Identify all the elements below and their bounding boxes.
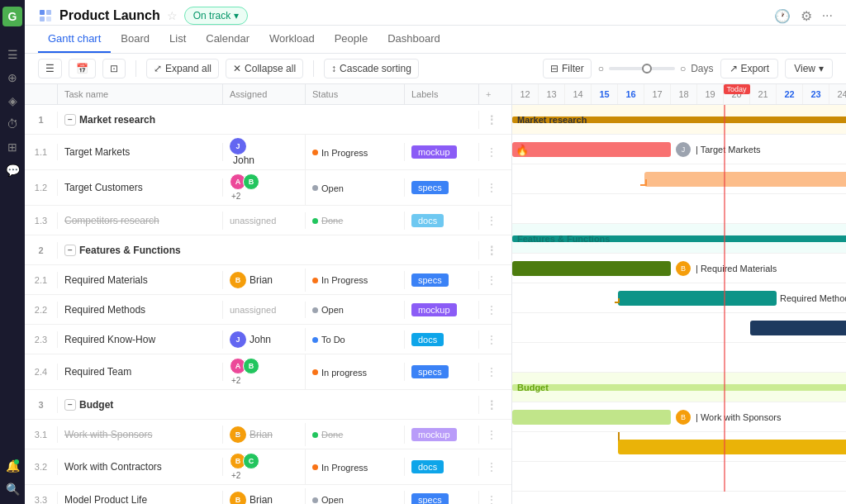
gantt-row-2-2: Required Methods (512, 283, 846, 313)
status-badge-1-3: Done (312, 216, 343, 226)
group-collapse-3[interactable]: − (64, 399, 76, 411)
col-add[interactable]: + (479, 84, 504, 104)
sidebar-add-icon[interactable]: ⊕ (4, 69, 21, 86)
project-title: Product Launch (59, 8, 160, 23)
gantt-row-3-2 (512, 432, 846, 462)
bar-label-3-1: | Work with Sponsors (696, 412, 782, 422)
day-13: 13 (539, 84, 565, 104)
task-assigned-1-2: A B +2 (223, 170, 306, 205)
task-assigned-1-3: unassigned (223, 212, 306, 229)
task-more-3-3[interactable]: ⋮ (479, 490, 504, 505)
tab-people[interactable]: People (325, 26, 378, 53)
history-icon[interactable]: 🕐 (774, 8, 791, 24)
project-icon (38, 8, 53, 23)
status-badge-2-1: In Progress (312, 275, 368, 285)
sidebar-time-icon[interactable]: ⏱ (4, 116, 21, 132)
bar-work-contractors (618, 440, 846, 454)
gantt-header: 12 13 14 15 16 17 18 19 20 Today 21 22 2… (512, 84, 846, 105)
bar-features-label: Features & Functions (517, 234, 610, 244)
date-view-icon: 📅 (76, 63, 88, 74)
status-label: On track (193, 10, 231, 21)
task-num-3-2: 3.2 (25, 459, 58, 475)
task-more-3-2[interactable]: ⋮ (479, 457, 504, 477)
sidebar-chat-icon[interactable]: 💬 (4, 162, 21, 178)
task-name-2-1: Required Materials (58, 271, 223, 289)
tab-calendar[interactable]: Calendar (196, 26, 259, 53)
day-19: 19 (697, 84, 724, 104)
app-logo[interactable]: G (2, 7, 22, 26)
bar-budget-label: Budget (517, 383, 549, 392)
table-row: 2.4 Required Team A B +2 In progress (25, 354, 511, 390)
group-more-2[interactable]: ⋮ (479, 240, 504, 260)
day-24: 24 (829, 84, 846, 104)
slider-track[interactable] (609, 67, 675, 70)
slider-left-icon: ○ (598, 63, 604, 74)
bar-label-2-2: Required Methods (780, 293, 846, 303)
more-options-icon[interactable]: ··· (822, 8, 833, 23)
cascade-sorting-btn[interactable]: ↕ Cascade sorting (324, 59, 419, 78)
avatar-group-2-4: A B (230, 358, 298, 374)
group-more-3[interactable]: ⋮ (479, 395, 504, 415)
days-slider[interactable]: ○ ○ Days (598, 63, 714, 74)
star-icon[interactable]: ☆ (167, 9, 178, 22)
group-collapse-2[interactable]: − (64, 245, 76, 256)
task-more-2-3[interactable]: ⋮ (479, 330, 504, 349)
toolbar-sep-2 (313, 60, 314, 77)
today-label: Today (723, 84, 749, 94)
sidebar-grid-icon[interactable]: ⊞ (4, 139, 21, 155)
task-more-1-1[interactable]: ⋮ (479, 142, 504, 162)
slider-thumb[interactable] (642, 64, 652, 74)
bar-required-materials (512, 261, 671, 276)
sidebar-menu-icon[interactable]: ☰ (4, 46, 21, 63)
gantt-row-group-3: Budget (512, 373, 846, 402)
gantt-row-3-1: B | Work with Sponsors (512, 402, 846, 432)
avatar-gantt-1-1: J (674, 140, 692, 159)
toolbar-sep-1 (135, 60, 136, 77)
task-label-2-3: docs (405, 330, 479, 349)
day-22: 22 (777, 84, 803, 104)
expand-all-btn[interactable]: ⤢ Expand all (146, 59, 219, 78)
table-header: Task name Assigned Status Labels + (25, 84, 511, 105)
label-badge-2-2: mockup (411, 303, 457, 316)
tab-list[interactable]: List (159, 26, 196, 53)
sidebar-projects-icon[interactable]: ◈ (4, 93, 21, 109)
bar-target-markets: 🔥 (512, 142, 671, 157)
task-more-1-2[interactable]: ⋮ (479, 178, 504, 197)
avatar-green-1-2: B (243, 174, 259, 190)
task-name-3-2: Work with Contractors (58, 458, 223, 476)
group-more-1[interactable]: ⋮ (479, 110, 504, 130)
task-more-2-2[interactable]: ⋮ (479, 300, 504, 320)
tab-gantt-chart[interactable]: Gantt chart (38, 26, 111, 53)
status-button[interactable]: On track ▾ (184, 7, 248, 25)
tab-board[interactable]: Board (111, 26, 159, 53)
gantt-row-3-3 (512, 462, 846, 492)
expand-icon: ⤢ (154, 63, 162, 74)
task-status-1-3: Done (306, 212, 405, 230)
tab-workload[interactable]: Workload (259, 26, 325, 53)
filter-btn[interactable]: ⊟ Filter (543, 59, 592, 78)
col-assigned: Assigned (223, 84, 306, 104)
task-status-3-3: Open (306, 491, 405, 505)
settings-icon[interactable]: ⚙ (801, 8, 812, 24)
group-name-3: − Budget (58, 396, 479, 414)
task-label-2-4: specs (405, 363, 479, 381)
export-btn[interactable]: ↗ Export (720, 59, 779, 78)
indent-btn[interactable]: ⊡ (102, 59, 126, 78)
view-btn[interactable]: View ▾ (785, 59, 833, 78)
task-more-2-4[interactable]: ⋮ (479, 362, 504, 382)
task-more-1-3[interactable]: ⋮ (479, 211, 504, 231)
date-view-btn[interactable]: 📅 (69, 59, 96, 78)
task-assigned-3-1: B Brian (223, 423, 306, 446)
gantt-panel[interactable]: 12 13 14 15 16 17 18 19 20 Today 21 22 2… (512, 84, 846, 504)
bar-features-functions: Features & Functions (512, 235, 846, 242)
app-header: Product Launch ☆ On track ▾ 🕐 ⚙ ··· (25, 0, 846, 26)
group-collapse-1[interactable]: − (64, 114, 76, 126)
sidebar-notification-icon[interactable]: 🔔 (4, 458, 21, 474)
collapse-all-btn[interactable]: ✕ Collapse all (226, 59, 303, 78)
tab-dashboard[interactable]: Dashboard (378, 26, 450, 53)
task-more-3-1[interactable]: ⋮ (479, 425, 504, 445)
task-view-btn[interactable]: ☰ (38, 59, 62, 78)
collapse-icon: ✕ (233, 63, 241, 74)
sidebar-search-icon[interactable]: 🔍 (4, 481, 21, 497)
task-more-2-1[interactable]: ⋮ (479, 270, 504, 290)
